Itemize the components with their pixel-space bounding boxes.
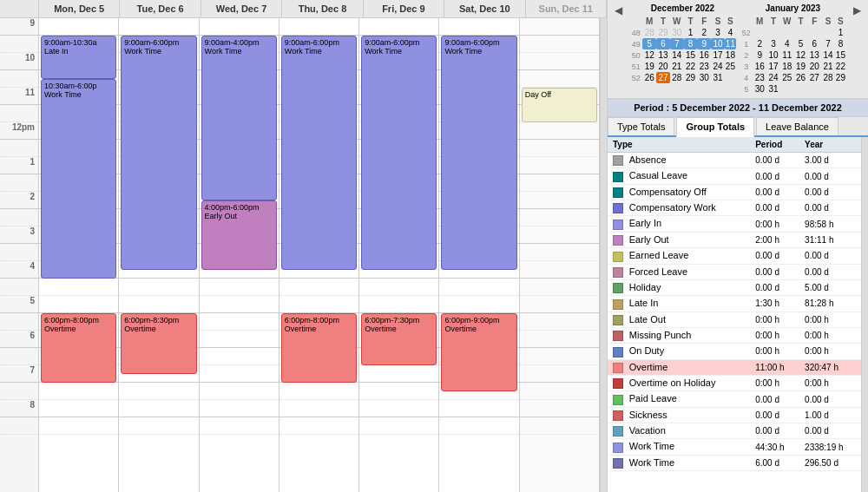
mini-cal-day[interactable]: 8 <box>684 38 698 49</box>
event-block[interactable]: 9:00am-4:00pm Work Time <box>201 36 277 200</box>
mini-cal-day[interactable]: 21 <box>670 61 684 72</box>
event-block[interactable]: 4:00pm-6:00pm Early Out <box>201 200 277 270</box>
mini-cal-day[interactable]: 10 <box>766 49 780 61</box>
scrollbar[interactable] <box>600 18 607 492</box>
mini-cal-day[interactable]: 14 <box>670 49 684 61</box>
mini-cal-day[interactable]: 25 <box>780 72 794 83</box>
mini-cal-january[interactable]: January 2023MTWTFSS521123456782910111213… <box>740 3 846 95</box>
mini-cal-day[interactable]: 31 <box>711 72 725 83</box>
mini-cal-day[interactable]: 17 <box>711 49 725 61</box>
event-block[interactable]: 9:00am-6:00pm Work Time <box>121 36 196 270</box>
mini-cal-day[interactable]: 12 <box>794 49 808 61</box>
event-block[interactable]: 9:00am-10:30a Late In <box>41 36 116 79</box>
tab-leave-balance[interactable]: Leave Balance <box>756 117 838 135</box>
event-block[interactable]: 9:00am-6:00pm Work Time <box>361 36 437 270</box>
mini-cal-day[interactable]: 2 <box>753 38 766 49</box>
mini-cal-day[interactable]: 13 <box>807 49 821 61</box>
mini-cal-day[interactable]: 9 <box>697 38 711 49</box>
mini-cal-day[interactable]: 12 <box>642 49 656 61</box>
mini-cal-day[interactable]: 28 <box>670 72 684 83</box>
mini-cal-day[interactable] <box>807 83 821 95</box>
mini-cal-day[interactable]: 18 <box>780 61 794 72</box>
mini-cal-day[interactable]: 10 <box>711 38 725 49</box>
mini-cal-day[interactable]: 4 <box>780 38 794 49</box>
mini-cal-day[interactable] <box>794 27 808 38</box>
mini-cal-day[interactable] <box>807 27 821 38</box>
mini-cal-day[interactable]: 22 <box>835 61 846 72</box>
mini-cal-day[interactable]: 28 <box>642 27 656 38</box>
mini-cal-day[interactable]: 23 <box>697 61 711 72</box>
mini-cal-day[interactable]: 30 <box>670 27 684 38</box>
mini-cal-day[interactable]: 24 <box>711 61 725 72</box>
event-block[interactable]: 9:00am-6:00pm Work Time <box>441 36 516 270</box>
mini-cal-day[interactable]: 23 <box>753 72 766 83</box>
event-block[interactable]: 6:00pm-8:30pm Overtime <box>121 313 196 374</box>
mini-cal-day[interactable]: 17 <box>766 61 780 72</box>
mini-cal-day[interactable]: 13 <box>656 49 670 61</box>
mini-cal-day[interactable]: 7 <box>821 38 835 49</box>
mini-cal-day[interactable] <box>753 27 766 38</box>
next-month-button[interactable]: ▶ <box>850 3 865 17</box>
mini-cal-day[interactable]: 19 <box>642 61 656 72</box>
mini-cal-day[interactable]: 25 <box>725 61 736 72</box>
mini-cal-day[interactable] <box>780 27 794 38</box>
mini-cal-december[interactable]: December 2022MTWTFSS48282930123449567891… <box>629 3 736 83</box>
mini-cal-day[interactable]: 6 <box>656 38 670 49</box>
mini-cal-day[interactable]: 28 <box>821 72 835 83</box>
mini-cal-day[interactable] <box>835 83 846 95</box>
mini-cal-day[interactable]: 7 <box>670 38 684 49</box>
mini-cal-day[interactable]: 1 <box>835 27 846 38</box>
mini-cal-day[interactable] <box>794 83 808 95</box>
event-block[interactable]: Day Off <box>522 88 597 122</box>
mini-cal-day[interactable] <box>725 72 736 83</box>
event-block[interactable]: 10:30am-6:00p Work Time <box>41 79 116 279</box>
mini-cal-day[interactable] <box>766 27 780 38</box>
mini-cal-day[interactable]: 11 <box>725 38 736 49</box>
mini-cal-day[interactable]: 21 <box>821 61 835 72</box>
mini-cal-day[interactable]: 3 <box>766 38 780 49</box>
mini-cal-day[interactable] <box>821 83 835 95</box>
mini-cal-day[interactable] <box>821 27 835 38</box>
mini-cal-day[interactable]: 20 <box>807 61 821 72</box>
mini-cal-day[interactable]: 4 <box>725 27 736 38</box>
mini-cal-day[interactable]: 26 <box>794 72 808 83</box>
mini-cal-day[interactable]: 1 <box>684 27 698 38</box>
event-block[interactable]: 6:00pm-8:00pm Overtime <box>281 313 357 383</box>
mini-cal-day[interactable]: 15 <box>684 49 698 61</box>
mini-cal-day[interactable]: 30 <box>697 72 711 83</box>
mini-cal-day[interactable]: 27 <box>807 72 821 83</box>
mini-cal-day[interactable]: 30 <box>753 83 766 95</box>
mini-cal-day[interactable]: 24 <box>766 72 780 83</box>
mini-cal-day[interactable]: 18 <box>725 49 736 61</box>
event-block[interactable]: 6:00pm-7:30pm Overtime <box>361 313 437 365</box>
mini-cal-day[interactable]: 3 <box>711 27 725 38</box>
tab-type-totals[interactable]: Type Totals <box>608 117 674 135</box>
mini-cal-day[interactable]: 5 <box>794 38 808 49</box>
mini-cal-day[interactable]: 29 <box>835 72 846 83</box>
mini-cal-day[interactable]: 22 <box>684 61 698 72</box>
mini-cal-day[interactable]: 11 <box>780 49 794 61</box>
mini-cal-day[interactable] <box>780 83 794 95</box>
mini-cal-day[interactable]: 19 <box>794 61 808 72</box>
mini-cal-day[interactable]: 14 <box>821 49 835 61</box>
mini-cal-day[interactable]: 5 <box>642 38 656 49</box>
event-block[interactable]: 6:00pm-8:00pm Overtime <box>41 313 116 383</box>
mini-cal-day[interactable]: 27 <box>656 72 670 83</box>
mini-cal-day[interactable]: 16 <box>753 61 766 72</box>
prev-month-button[interactable]: ◀ <box>611 3 626 17</box>
mini-cal-day[interactable]: 15 <box>835 49 846 61</box>
mini-cal-day[interactable]: 31 <box>766 83 780 95</box>
tab-group-totals[interactable]: Group Totals <box>676 117 754 137</box>
mini-cal-day[interactable]: 9 <box>753 49 766 61</box>
mini-cal-day[interactable]: 6 <box>807 38 821 49</box>
event-block[interactable]: 9:00am-6:00pm Work Time <box>281 36 357 270</box>
mini-cal-day[interactable]: 29 <box>684 72 698 83</box>
mini-cal-day[interactable]: 29 <box>656 27 670 38</box>
mini-cal-day[interactable]: 26 <box>642 72 656 83</box>
mini-cal-day[interactable]: 8 <box>835 38 846 49</box>
days-container[interactable]: 9:00am-10:30a Late In10:30am-6:00p Work … <box>39 18 600 492</box>
mini-cal-day[interactable]: 2 <box>697 27 711 38</box>
mini-cal-day[interactable]: 20 <box>656 61 670 72</box>
right-scrollbar[interactable] <box>861 137 868 492</box>
mini-cal-day[interactable]: 16 <box>697 49 711 61</box>
